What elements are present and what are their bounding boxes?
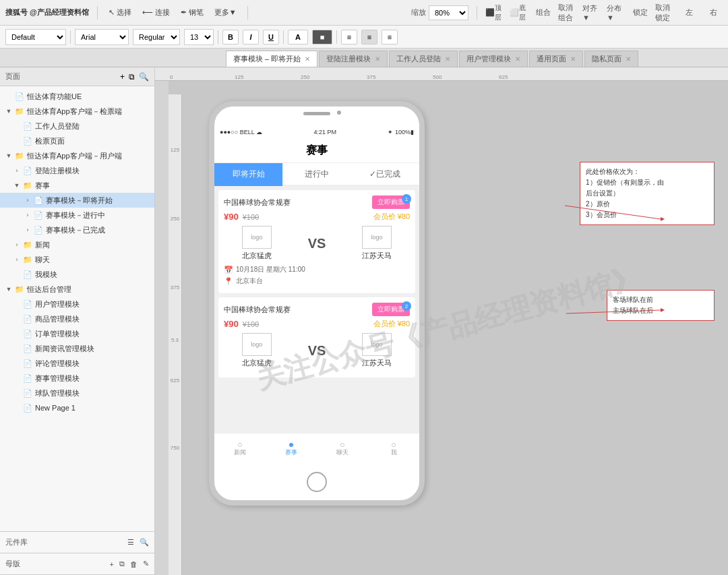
tree-item-17[interactable]: 📄 新闻资讯管理模块: [0, 341, 154, 356]
zoom-select[interactable]: 80% 50% 100%: [429, 5, 468, 20]
app-tab-1[interactable]: 进行中: [282, 163, 351, 186]
select-tool[interactable]: ↖ 选择: [106, 6, 134, 19]
align-btn[interactable]: 对齐▼: [582, 5, 601, 21]
master-add-btn[interactable]: +: [110, 560, 114, 568]
font-select[interactable]: Arial: [75, 29, 129, 45]
master-delete-btn[interactable]: 🗑: [130, 560, 138, 568]
tree-arrow-8: ›: [24, 212, 31, 218]
tree-item-20[interactable]: 📄 球队管理模块: [0, 386, 154, 400]
tab-3[interactable]: 用户管理模块 ✕: [459, 51, 528, 67]
match-location-row-0: 📍 北京丰台: [224, 276, 410, 286]
lock-btn[interactable]: 锁定: [631, 5, 650, 21]
align-center-btn[interactable]: ≡: [361, 30, 377, 44]
bottom-nav-chat[interactable]: 聊天: [317, 443, 368, 457]
tree-item-10[interactable]: › 📁 新闻: [0, 237, 154, 252]
tab-close-1[interactable]: ✕: [375, 55, 380, 63]
pen-tool[interactable]: ✒ 钢笔: [178, 6, 206, 19]
tab-5[interactable]: 隐私页面 ✕: [584, 51, 638, 67]
tree-item-16[interactable]: 📄 订单管理模块: [0, 326, 154, 341]
style-select[interactable]: Default: [5, 29, 66, 45]
master-copy-btn[interactable]: ⧉: [119, 559, 125, 568]
group-btn[interactable]: 组合: [534, 5, 553, 21]
phone-home-button[interactable]: [307, 472, 327, 492]
folder-icon-1: 📁: [15, 107, 24, 116]
app-tab-2[interactable]: ✓ 已完成: [351, 163, 419, 186]
tree-item-12[interactable]: 📄 我模块: [0, 267, 154, 282]
tab-2[interactable]: 工作人员登陆 ✕: [389, 51, 458, 67]
status-time: 4:21 PM: [313, 129, 336, 135]
top-toolbar: 搜狐号 @产品经理资料馆 ↖ 选择 ⟵ 连接 ✒ 钢笔 更多▼ 缩放 80% 5…: [0, 0, 728, 26]
fill-color-btn[interactable]: ■: [312, 30, 332, 44]
bold-btn[interactable]: B: [222, 30, 239, 44]
tab-close-5[interactable]: ✕: [626, 55, 631, 63]
tab-close-0[interactable]: ✕: [305, 55, 310, 63]
tree-arrow-11: ›: [13, 256, 20, 263]
news-nav-icon: [238, 443, 242, 447]
teams-row-1: logo 北京猛虎 VS logo 江: [224, 333, 410, 368]
tree-item-18[interactable]: 📄 评论管理模块: [0, 356, 154, 371]
app-tab-0[interactable]: 即将开始: [214, 163, 282, 186]
tree-item-6[interactable]: ▼ 📁 赛事: [0, 178, 154, 193]
top-layer-btn[interactable]: ⬛ 顶层: [485, 5, 504, 21]
sports-nav-icon: [289, 443, 293, 447]
tree-item-15[interactable]: 📄 商品管理模块: [0, 311, 154, 326]
align-right-btn[interactable]: ≡: [382, 30, 398, 44]
file-icon-9: 📄: [34, 225, 43, 235]
bottom-nav-me[interactable]: 我: [368, 443, 419, 457]
match-league-0: 中国棒球协会常规赛: [224, 198, 291, 208]
tab-1[interactable]: 登陆注册模块 ✕: [319, 51, 388, 67]
tree-item-2[interactable]: 📄 工作人员登陆: [0, 119, 154, 133]
sidebar-search-btn[interactable]: 🔍: [139, 72, 149, 82]
format-sep-3: [283, 30, 284, 44]
tree-item-13[interactable]: ▼ 📁 恒达后台管理: [0, 282, 154, 297]
price-main-1: ¥90: [224, 319, 239, 329]
more-tool[interactable]: 更多▼: [212, 6, 239, 19]
tree-item-11[interactable]: › 📁 聊天: [0, 252, 154, 267]
tab-close-3[interactable]: ✕: [515, 55, 520, 63]
align-left-btn[interactable]: ≡: [341, 30, 357, 44]
tree-item-5[interactable]: › 📄 登陆注册模块: [0, 163, 154, 178]
member-label-0: 会员价 ¥80: [373, 212, 410, 222]
tab-4[interactable]: 通用页面 ✕: [529, 51, 583, 67]
tab-close-4[interactable]: ✕: [570, 55, 576, 63]
sidebar-copy-page-btn[interactable]: ⧉: [129, 72, 135, 82]
ruler-tick-500: 500: [433, 74, 442, 80]
tree-item-8[interactable]: › 📄 赛事模块－进行中: [0, 208, 154, 222]
tree-item-new-page[interactable]: 📄 New Page 1: [0, 400, 154, 415]
teams-row-0: logo 北京猛虎 VS logo 江: [224, 226, 410, 261]
tree-item-0[interactable]: 📄 恒达体育功能UE: [0, 89, 154, 104]
status-right: ✦ 100%▮: [388, 129, 414, 135]
bottom-layer-btn[interactable]: ⬜ 底层: [510, 5, 528, 21]
component-lib-search-btn[interactable]: 🔍: [140, 538, 149, 547]
weight-select[interactable]: Regular: [133, 29, 180, 45]
bottom-nav-sports[interactable]: 赛事: [266, 443, 317, 457]
connect-tool[interactable]: ⟵ 连接: [140, 6, 173, 19]
sidebar-add-page-btn[interactable]: +: [120, 72, 125, 82]
tree-item-9[interactable]: › 📄 赛事模块－已完成: [0, 222, 154, 237]
size-select[interactable]: 13: [184, 29, 214, 45]
tree-item-3[interactable]: 📄 检票页面: [0, 133, 154, 148]
distribute-btn[interactable]: 分布▼: [607, 5, 626, 21]
tree-item-19[interactable]: 📄 赛事管理模块: [0, 371, 154, 386]
tab-0[interactable]: 赛事模块 – 即将开始 ✕: [226, 51, 317, 67]
master-edit-btn[interactable]: ✎: [143, 559, 149, 568]
screen-scroll-area: 1 中国棒球协会常规赛 立即购票 ¥90 ¥100: [214, 186, 419, 460]
tab-close-2[interactable]: ✕: [445, 55, 450, 63]
file-icon-19: 📄: [23, 373, 32, 383]
tree-item-1[interactable]: ▼ 📁 恒达体育App客户端－检票端: [0, 104, 154, 119]
italic-btn[interactable]: I: [243, 30, 259, 44]
right-btn[interactable]: 右: [704, 5, 723, 21]
bottom-nav-news[interactable]: 新闻: [214, 443, 266, 457]
tree-item-14[interactable]: 📄 用户管理模块: [0, 297, 154, 311]
font-color-btn[interactable]: A: [288, 30, 308, 44]
ungroup-btn[interactable]: 取消组合: [558, 5, 577, 21]
component-lib-menu-btn[interactable]: ☰: [127, 538, 134, 547]
ruler-h-content: 0 125 250 375 500 625: [169, 67, 728, 80]
unlock-btn[interactable]: 取消锁定: [655, 5, 674, 21]
left-btn[interactable]: 左: [679, 5, 698, 21]
tree-item-7[interactable]: › 📄 赛事模块－即将开始: [0, 193, 154, 208]
tree-item-4[interactable]: ▼ 📁 恒达体育App客户端－用户端: [0, 148, 154, 163]
badge-2: 2: [402, 301, 411, 311]
file-icon-3: 📄: [23, 136, 32, 146]
underline-btn[interactable]: U: [263, 30, 279, 44]
